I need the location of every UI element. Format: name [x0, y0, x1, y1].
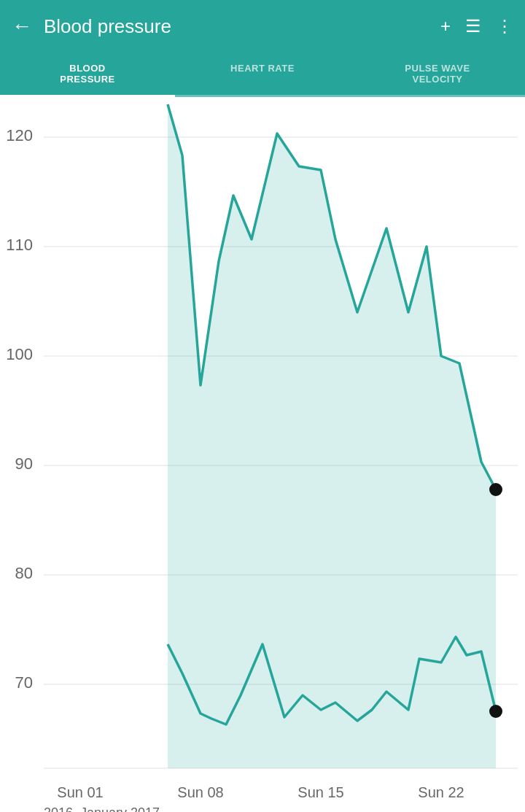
- svg-text:70: 70: [15, 673, 33, 692]
- page-title: Blood pressure: [44, 15, 426, 38]
- header: ← Blood pressure + ☰ ⋮: [0, 0, 525, 53]
- svg-text:100: 100: [6, 345, 33, 363]
- blood-pressure-chart: 120 110 100 90 80 70 Sun 01 Sun 08 Sun 1…: [0, 97, 525, 812]
- menu-icon[interactable]: ☰: [465, 16, 481, 36]
- tab-heart-rate[interactable]: HEART RATE: [175, 53, 350, 95]
- back-button[interactable]: ←: [12, 15, 32, 38]
- svg-text:Sun 08: Sun 08: [177, 784, 223, 800]
- add-button[interactable]: +: [440, 16, 451, 36]
- svg-text:2016: 2016: [44, 805, 73, 812]
- svg-text:80: 80: [15, 564, 33, 582]
- svg-text:Sun 01: Sun 01: [57, 784, 103, 800]
- tab-blood-pressure[interactable]: BLOODPRESSURE: [0, 53, 175, 95]
- tab-pulse-wave-velocity[interactable]: PULSE WAVEVELOCITY: [350, 53, 525, 95]
- svg-text:110: 110: [6, 236, 33, 254]
- svg-text:90: 90: [15, 455, 33, 473]
- more-options-icon[interactable]: ⋮: [496, 16, 513, 36]
- diastolic-last-point: [489, 705, 502, 718]
- chart-container: 120 110 100 90 80 70 Sun 01 Sun 08 Sun 1…: [0, 97, 525, 812]
- svg-text:January 2017: January 2017: [80, 805, 160, 812]
- svg-text:Sun 22: Sun 22: [418, 784, 464, 800]
- svg-text:120: 120: [6, 126, 33, 144]
- svg-text:Sun 15: Sun 15: [298, 784, 343, 800]
- systolic-last-point: [489, 483, 502, 496]
- tab-bar: BLOODPRESSURE HEART RATE PULSE WAVEVELOC…: [0, 53, 525, 97]
